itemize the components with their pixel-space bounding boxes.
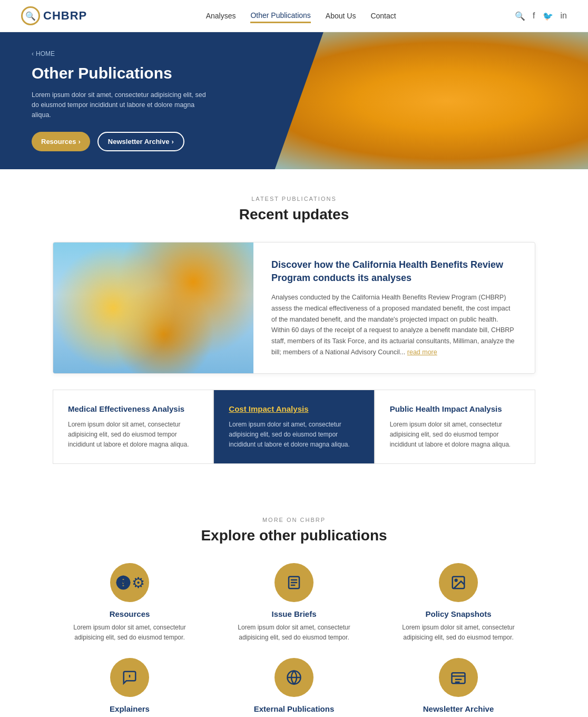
hero-content: ‹ HOME Other Publications Lorem ipsum do… [0,32,324,169]
newsletter-archive-button[interactable]: Newsletter Archive › [97,132,184,151]
explore-grid: ⚙ Resources Lorem ipsum dolor sit amet, … [53,563,535,717]
explore-section: MORE ON CHBRP Explore other publications… [0,490,588,717]
external-publications-icon [275,658,313,697]
search-icon[interactable]: 🔍 [515,11,525,21]
hero-title: Other Publications [32,64,292,83]
issue-briefs-icon [275,563,313,602]
card-medical-text: Lorem ipsum dolor sit amet, consectetur … [68,420,198,450]
logo[interactable]: CHBRP [21,6,87,25]
explore-policy-snapshots[interactable]: Policy Snapshots Lorem ipsum dolor sit a… [381,563,535,642]
resources-button[interactable]: Resources › [32,132,90,151]
issue-briefs-desc: Lorem ipsum dolor sit amet, consectetur … [236,623,352,642]
policy-snapshots-name: Policy Snapshots [425,609,491,618]
newsletter-archive-icon [439,658,478,697]
explore-section-label: MORE ON CHBRP [53,517,535,523]
featured-content: Discover how the California Health Benef… [253,243,535,373]
card-cost[interactable]: Cost Impact Analysis Lorem ipsum dolor s… [213,390,374,464]
three-cards: Medical Effectiveness Analysis Lorem ips… [53,390,535,464]
featured-image [53,243,253,373]
explore-external-publications[interactable]: External Publications Lorem ipsum dolor … [217,658,371,717]
card-public-health: Public Health Impact Analysis Lorem ipsu… [375,390,535,464]
explore-explainers[interactable]: Explainers Lorem ipsum dolor sit amet, c… [53,658,207,717]
twitter-icon[interactable]: 🐦 [543,11,553,21]
explore-section-title: Explore other publications [53,527,535,544]
hero-description: Lorem ipsum dolor sit amet, consectetur … [32,90,211,120]
logo-icon [21,6,40,25]
issue-briefs-name: Issue Briefs [271,609,316,618]
featured-card: Discover how the California Health Benef… [53,242,535,374]
linkedin-icon[interactable]: in [561,11,567,21]
read-more-link[interactable]: read more [407,348,437,356]
explore-issue-briefs[interactable]: Issue Briefs Lorem ipsum dolor sit amet,… [217,563,371,642]
logo-text: CHBRP [43,9,87,23]
hero-section: ‹ HOME Other Publications Lorem ipsum do… [0,32,588,169]
policy-snapshots-desc: Lorem ipsum dolor sit amet, consectetur … [400,623,516,642]
card-medical: Medical Effectiveness Analysis Lorem ips… [53,390,213,464]
hero-buttons: Resources › Newsletter Archive › [32,132,292,151]
external-publications-name: External Publications [254,704,335,713]
resources-name: Resources [110,609,150,618]
card-cost-title[interactable]: Cost Impact Analysis [229,404,359,414]
card-medical-title: Medical Effectiveness Analysis [68,404,198,414]
latest-section-label: LATEST PUBLICATIONS [53,196,535,202]
latest-section-title: Recent updates [53,206,535,223]
featured-text: Analyses conducted by the California Hea… [271,292,517,357]
btn-arrow2: › [171,138,173,146]
featured-img-inner [53,243,253,373]
explore-resources[interactable]: ⚙ Resources Lorem ipsum dolor sit amet, … [53,563,207,642]
card-public-health-title: Public Health Impact Analysis [390,404,520,414]
header: CHBRP Analyses Other Publications About … [0,0,588,32]
policy-snapshots-icon [439,563,478,602]
breadcrumb: ‹ HOME [32,50,292,57]
explore-newsletter-archive[interactable]: Newsletter Archive Lorem ipsum dolor sit… [381,658,535,717]
main-nav: Analyses Other Publications About Us Con… [206,9,396,23]
latest-publications-section: LATEST PUBLICATIONS Recent updates Disco… [0,169,588,490]
breadcrumb-arrow: ‹ [32,50,34,57]
resources-icon: ⚙ [110,563,149,602]
card-cost-text: Lorem ipsum dolor sit amet, consectetur … [229,420,359,450]
nav-about-us[interactable]: About Us [326,9,356,22]
nav-analyses[interactable]: Analyses [206,9,236,22]
nav-other-publications[interactable]: Other Publications [250,9,310,23]
resources-desc: Lorem ipsum dolor sit amet, consectetur … [72,623,188,642]
explainers-icon [110,658,149,697]
explainers-name: Explainers [110,704,150,713]
breadcrumb-label[interactable]: HOME [36,50,55,57]
card-public-health-text: Lorem ipsum dolor sit amet, consectetur … [390,420,520,450]
featured-title: Discover how the California Health Benef… [271,258,517,285]
nav-contact[interactable]: Contact [370,9,396,22]
svg-point-6 [455,579,457,582]
nav-icons: 🔍 f 🐦 in [515,11,567,21]
newsletter-archive-name: Newsletter Archive [423,704,494,713]
facebook-icon[interactable]: f [533,11,535,21]
btn-arrow: › [78,138,80,146]
